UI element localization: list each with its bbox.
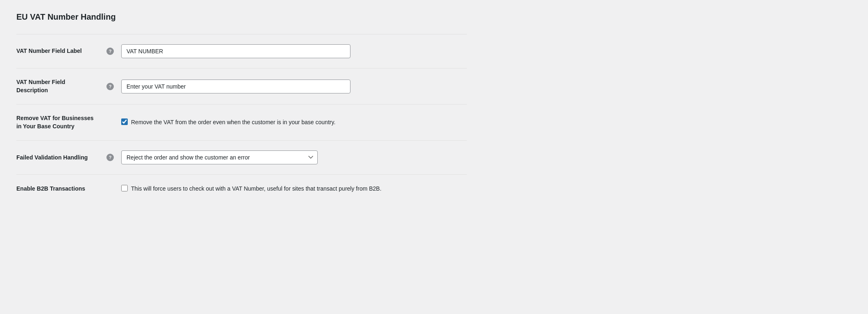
settings-label-vat-number-field-description: VAT Number Field Description [16, 79, 65, 93]
checkbox-label-remove-vat-base-country: Remove the VAT from the order even when … [131, 118, 335, 127]
checkbox-enable-b2b-transactions[interactable] [121, 185, 128, 191]
settings-row: Enable B2B TransactionsThis will force u… [16, 175, 467, 203]
select-failed-validation-handling[interactable]: Reject the order and show the customer a… [121, 150, 318, 164]
settings-row: Failed Validation Handling?Reject the or… [16, 141, 467, 175]
settings-label-enable-b2b-transactions: Enable B2B Transactions [16, 185, 85, 192]
help-icon-vat-number-field-description[interactable]: ? [106, 83, 114, 90]
checkbox-label-enable-b2b-transactions: This will force users to check out with … [131, 184, 382, 193]
checkbox-row-remove-vat-base-country: Remove the VAT from the order even when … [121, 118, 467, 127]
settings-page: EU VAT Number Handling VAT Number Field … [16, 12, 467, 203]
help-icon-vat-number-field-label[interactable]: ? [106, 48, 114, 55]
settings-row: VAT Number Field Label? [16, 34, 467, 68]
checkbox-row-enable-b2b-transactions: This will force users to check out with … [121, 184, 467, 193]
text-input-vat-number-field-label[interactable] [121, 44, 350, 58]
checkbox-remove-vat-base-country[interactable] [121, 118, 128, 125]
page-title: EU VAT Number Handling [16, 12, 467, 22]
settings-label-failed-validation-handling: Failed Validation Handling [16, 154, 88, 161]
settings-label-remove-vat-base-country: Remove VAT for Businesses in Your Base C… [16, 115, 94, 130]
settings-label-vat-number-field-label: VAT Number Field Label [16, 48, 82, 54]
settings-table: VAT Number Field Label?VAT Number Field … [16, 34, 467, 203]
settings-row: Remove VAT for Businesses in Your Base C… [16, 105, 467, 141]
help-icon-failed-validation-handling[interactable]: ? [106, 154, 114, 161]
settings-row: VAT Number Field Description? [16, 68, 467, 105]
text-input-vat-number-field-description[interactable] [121, 80, 350, 93]
